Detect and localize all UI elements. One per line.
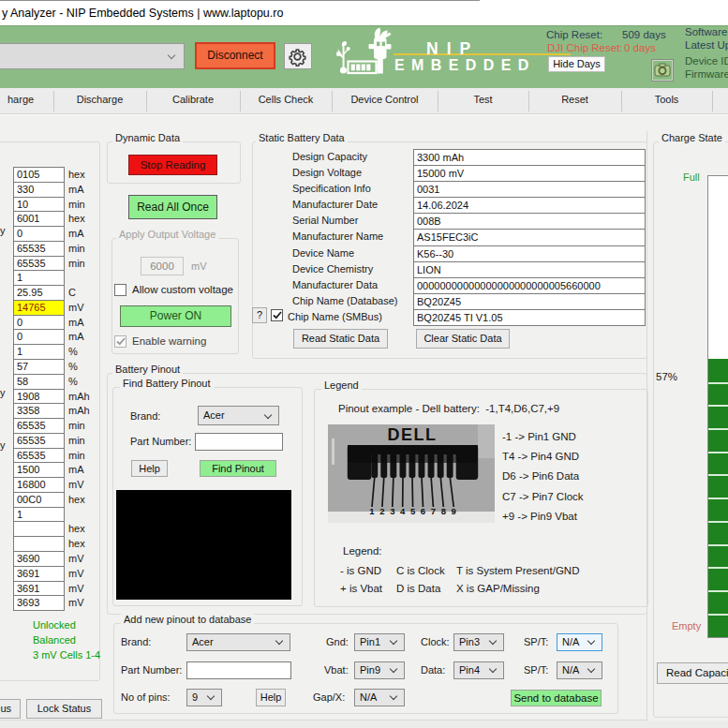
- svg-text:8: 8: [441, 506, 446, 516]
- svg-text:2: 2: [379, 506, 384, 516]
- svg-text:6: 6: [421, 506, 425, 516]
- svg-text:9: 9: [452, 506, 456, 516]
- svg-text:3: 3: [390, 506, 394, 516]
- svg-text:7: 7: [431, 506, 436, 516]
- svg-text:5: 5: [410, 506, 416, 516]
- svg-text:1: 1: [369, 506, 375, 516]
- svg-text:4: 4: [400, 506, 406, 516]
- svg-text:DELL: DELL: [388, 425, 438, 444]
